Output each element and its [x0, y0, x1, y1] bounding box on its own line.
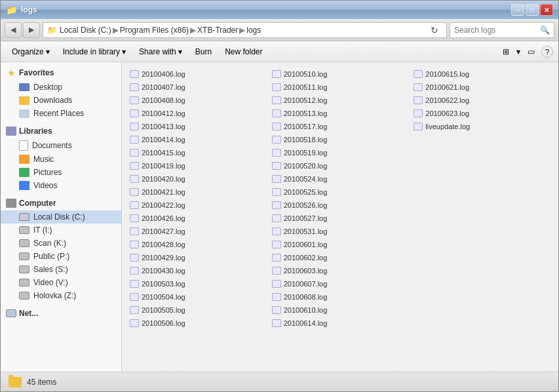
file-item[interactable]: 20100503.log [127, 277, 269, 290]
file-item[interactable]: 20100520.log [269, 159, 412, 172]
file-item[interactable]: 20100601.log [269, 238, 412, 251]
file-item[interactable] [411, 159, 553, 172]
file-item[interactable]: 20100430.log [127, 264, 269, 277]
sidebar-item-recent-places[interactable]: Recent Places [1, 107, 121, 120]
sidebar-item-documents[interactable]: Documents [1, 138, 121, 153]
file-item[interactable]: 20100614.log [269, 317, 412, 330]
file-item[interactable] [411, 199, 553, 212]
search-input[interactable] [454, 26, 537, 35]
view-dropdown-arrow[interactable]: ▾ [516, 47, 520, 56]
file-item[interactable]: 20100414.log [127, 133, 269, 146]
help-button[interactable]: ? [541, 46, 553, 58]
path-program-files[interactable]: Program Files (x86) [120, 26, 189, 35]
file-item[interactable]: 20100407.log [127, 81, 269, 94]
libraries-section-header[interactable]: Libraries [1, 124, 121, 138]
file-item[interactable]: 20100608.log [269, 290, 412, 304]
sidebar-item-scan-k[interactable]: Scan (K:) [1, 237, 121, 250]
file-item[interactable] [411, 304, 553, 317]
file-item[interactable]: 20100610.log [269, 304, 412, 317]
maximize-button[interactable]: □ [526, 4, 539, 16]
file-item[interactable]: 20100415.log [127, 146, 269, 159]
file-item[interactable]: 20100421.log [127, 186, 269, 199]
file-item[interactable]: 20100505.log [127, 304, 269, 317]
file-item[interactable]: 20100511.log [269, 81, 412, 94]
file-item[interactable]: 20100504.log [127, 290, 269, 304]
network-section-header[interactable]: Net... [1, 306, 121, 321]
file-item[interactable] [411, 146, 553, 159]
sidebar-item-it-i[interactable]: IT (I:) [1, 224, 121, 237]
file-item[interactable]: 20100426.log [127, 212, 269, 225]
file-item[interactable]: 20100623.log [411, 107, 553, 120]
sidebar-item-downloads[interactable]: Downloads [1, 94, 121, 107]
file-item[interactable]: 20100527.log [269, 212, 412, 225]
sidebar-item-local-disk-c[interactable]: Local Disk (C:) [1, 210, 121, 224]
file-item[interactable]: 20100420.log [127, 172, 269, 186]
minimize-button[interactable]: ─ [511, 4, 524, 16]
file-item[interactable]: 20100615.log [411, 68, 553, 81]
file-item[interactable]: 20100531.log [269, 225, 412, 238]
file-item[interactable]: 20100621.log [411, 81, 553, 94]
computer-section-header[interactable]: Computer [1, 196, 121, 210]
file-item[interactable] [411, 264, 553, 277]
file-item[interactable]: 20100519.log [269, 146, 412, 159]
sidebar-item-public-p[interactable]: Public (P:) [1, 250, 121, 263]
search-box[interactable]: 🔍 [450, 22, 554, 38]
preview-pane-button[interactable]: ▭ [523, 44, 539, 60]
file-item[interactable]: 20100429.log [127, 251, 269, 264]
file-item[interactable]: 20100517.log [269, 120, 412, 133]
sidebar-item-desktop[interactable]: Desktop [1, 81, 121, 94]
path-xtb-trader[interactable]: XTB-Trader [197, 26, 238, 35]
file-item[interactable] [411, 251, 553, 264]
path-local-disk[interactable]: Local Disk (C:) [60, 26, 111, 35]
file-item[interactable]: 20100422.log [127, 199, 269, 212]
sidebar-item-video-v[interactable]: Video (V:) [1, 276, 121, 289]
file-item[interactable] [411, 225, 553, 238]
file-item[interactable] [411, 212, 553, 225]
file-item[interactable] [411, 133, 553, 146]
file-item[interactable]: 20100506.log [127, 317, 269, 330]
address-box[interactable]: 📁 Local Disk (C:) ▶ Program Files (x86) … [43, 22, 447, 38]
file-item[interactable]: 20100413.log [127, 120, 269, 133]
file-item[interactable]: 20100525.log [269, 186, 412, 199]
sidebar-item-sales-s[interactable]: Sales (S:) [1, 263, 121, 276]
file-item[interactable]: 20100419.log [127, 159, 269, 172]
file-item[interactable]: 20100406.log [127, 68, 269, 81]
file-item[interactable] [411, 172, 553, 186]
refresh-button[interactable]: ↻ [427, 22, 442, 38]
close-button[interactable]: ✕ [540, 4, 553, 16]
sidebar-item-pictures[interactable]: Pictures [1, 166, 121, 179]
back-button[interactable]: ◀ [5, 22, 22, 38]
file-item[interactable]: liveupdate.log [411, 120, 553, 133]
view-button[interactable]: ⊞ [498, 44, 514, 60]
file-item[interactable]: 20100412.log [127, 107, 269, 120]
file-item[interactable] [411, 186, 553, 199]
path-logs[interactable]: logs [246, 26, 261, 35]
file-item[interactable]: 20100526.log [269, 199, 412, 212]
file-item[interactable]: 20100510.log [269, 68, 412, 81]
file-item[interactable]: 20100524.log [269, 172, 412, 186]
file-item[interactable]: 20100512.log [269, 94, 412, 107]
file-item[interactable]: 20100607.log [269, 277, 412, 290]
file-item[interactable]: 20100603.log [269, 264, 412, 277]
share-with-button[interactable]: Share with ▾ [133, 44, 188, 60]
file-item[interactable]: 20100427.log [127, 225, 269, 238]
file-item[interactable]: 20100622.log [411, 94, 553, 107]
file-item[interactable]: 20100602.log [269, 251, 412, 264]
file-item[interactable]: 20100428.log [127, 238, 269, 251]
burn-button[interactable]: Burn [189, 44, 218, 60]
file-item[interactable] [411, 317, 553, 330]
new-folder-button[interactable]: New folder [219, 44, 268, 60]
file-item[interactable] [411, 290, 553, 304]
sidebar-item-videos[interactable]: Videos [1, 179, 121, 192]
sidebar-item-holovka-z[interactable]: Holovka (Z:) [1, 289, 121, 302]
file-item[interactable]: 20100513.log [269, 107, 412, 120]
favorites-section-header[interactable]: ★ Favorites [1, 65, 121, 81]
include-library-button[interactable]: Include in library ▾ [57, 44, 132, 60]
sidebar-item-music[interactable]: Music [1, 153, 121, 166]
forward-button[interactable]: ▶ [23, 22, 40, 38]
file-item[interactable] [411, 277, 553, 290]
file-item[interactable]: 20100408.log [127, 94, 269, 107]
organize-button[interactable]: Organize ▾ [6, 44, 56, 60]
file-item[interactable] [411, 238, 553, 251]
file-item[interactable]: 20100518.log [269, 133, 412, 146]
